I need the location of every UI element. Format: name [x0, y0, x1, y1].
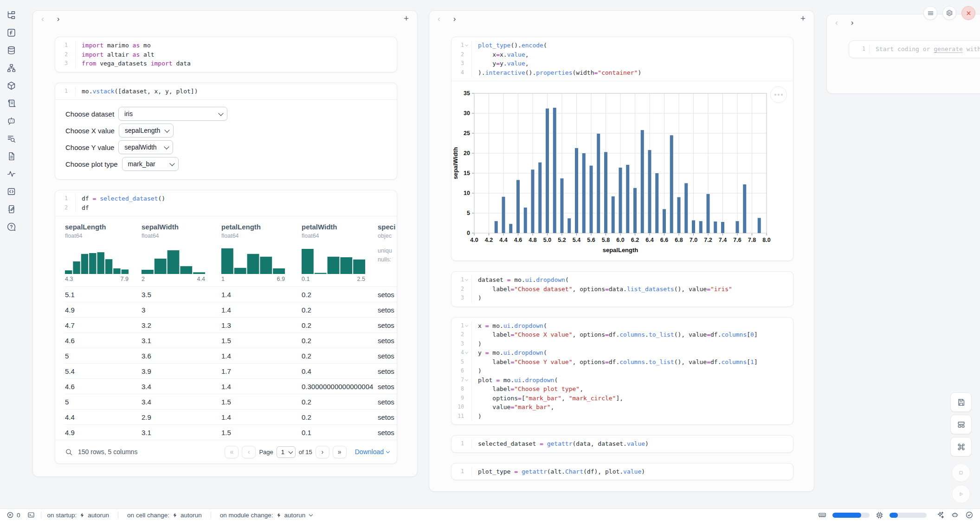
prev-page-button[interactable]: ‹ [242, 446, 256, 458]
column-back-arrow[interactable]: ‹ [438, 15, 440, 23]
script-scroll-icon[interactable] [6, 98, 17, 109]
add-cell-button[interactable]: + [404, 13, 409, 24]
column-header[interactable]: sepalWidthfloat6424.4 [142, 222, 221, 287]
last-page-button[interactable]: » [333, 446, 347, 458]
cpu-usage-bar[interactable] [890, 513, 927, 518]
line-number: 1 [862, 45, 865, 54]
stop-button[interactable] [952, 463, 970, 482]
column-header[interactable]: sepalLengthfloat644.37.9 [65, 222, 142, 287]
add-cell-button[interactable]: + [800, 13, 806, 24]
code-snippet-icon[interactable] [6, 186, 17, 197]
code-editor[interactable]: 1mo.vstack([dataset, x, y, plot]) [55, 83, 397, 100]
help-icon[interactable] [6, 221, 17, 232]
column-histogram[interactable] [221, 244, 302, 274]
column-header[interactable]: petalWidthfloat640.12.5 [302, 222, 378, 287]
table-cell: 3.1 [142, 429, 221, 436]
code-editor[interactable]: 1x = mo.ui.dropdown(2 label="Choose X va… [451, 318, 793, 425]
table-row[interactable]: 4.93.11.50.1setos [65, 424, 397, 440]
column-forward-arrow[interactable]: › [57, 15, 60, 23]
fold-chevron-icon[interactable] [465, 324, 468, 327]
page-select[interactable]: 1 [277, 446, 296, 458]
close-button[interactable] [961, 6, 975, 20]
fold-spacer [465, 388, 468, 390]
error-counter[interactable]: 0 [6, 511, 20, 519]
settings-button[interactable] [942, 6, 956, 20]
editor-placeholder: Start coding or generate with AI [869, 45, 980, 54]
column-back-arrow[interactable]: ‹ [41, 15, 44, 23]
next-page-button[interactable]: › [316, 446, 329, 458]
fold-spacer [69, 53, 71, 56]
dependency-graph-icon[interactable] [6, 62, 17, 73]
column-forward-arrow[interactable]: › [851, 19, 854, 26]
choose-dataset-select[interactable]: iris [118, 107, 227, 121]
svg-text:25: 25 [464, 130, 470, 137]
line-number: 2 [461, 330, 464, 339]
column-histogram[interactable] [302, 244, 378, 274]
choose-plot-type-select[interactable]: mark_bar [122, 157, 179, 171]
menu-button[interactable] [923, 6, 937, 20]
table-row[interactable]: 5.43.91.70.4setos [65, 363, 397, 378]
ai-sparkles-icon[interactable] [936, 511, 945, 519]
autorun-config-item[interactable]: on module change:autorun [220, 512, 313, 519]
activity-icon[interactable] [6, 168, 17, 179]
line-number: 2 [461, 285, 464, 294]
code-editor[interactable]: 1plot_type = getattr(alt.Chart(df), plot… [451, 463, 793, 480]
database-icon[interactable] [6, 45, 17, 56]
table-row[interactable]: 4.63.11.50.2setos [65, 332, 397, 348]
fold-chevron-icon[interactable] [465, 351, 468, 354]
run-button[interactable] [952, 485, 970, 503]
table-row[interactable]: 5.13.51.40.2setos [65, 287, 397, 302]
table-row[interactable]: 4.931.40.2setos [65, 302, 397, 317]
column-back-arrow[interactable]: ‹ [835, 19, 838, 26]
fold-chevron-icon[interactable] [465, 378, 468, 381]
choose-y-value-select[interactable]: sepalWidth [118, 140, 173, 154]
autorun-config-item[interactable]: on cell change:autorun [127, 512, 202, 519]
column-header[interactable]: petalLengthfloat6416.9 [221, 222, 302, 287]
scratchpad-icon[interactable] [6, 203, 17, 215]
terminal-button[interactable] [27, 511, 35, 519]
generate-link[interactable]: generate [934, 46, 963, 52]
column-histogram[interactable] [142, 244, 221, 274]
table-row[interactable]: 53.61.40.2setos [65, 348, 397, 363]
file-tree-icon[interactable] [6, 9, 17, 20]
code-editor[interactable]: 1 Start coding or generate with AI [849, 41, 980, 58]
table-row[interactable]: 53.41.50.2setos [65, 394, 397, 409]
table-search-icon[interactable] [65, 448, 73, 456]
assistant-bot-icon[interactable] [951, 511, 959, 519]
first-page-button[interactable]: « [225, 446, 239, 458]
dropdown-row: Choose datasetiris [65, 107, 387, 121]
save-button[interactable] [950, 392, 972, 412]
fold-chevron-icon[interactable] [465, 278, 468, 281]
code-editor[interactable]: 1dataset = mo.ui.dropdown(2 label="Choos… [451, 272, 793, 306]
code-editor[interactable]: 1import marimo as mo2import altair as al… [55, 37, 397, 72]
bar-chart[interactable]: 4.04.24.44.64.85.05.25.45.65.86.06.26.46… [451, 81, 793, 260]
choose-x-value-select[interactable]: sepalLength [119, 124, 174, 137]
code-editor[interactable]: 1selected_dataset = getattr(data, datase… [451, 436, 793, 452]
svg-text:4.4: 4.4 [499, 237, 507, 243]
chat-bot-icon[interactable] [6, 115, 17, 126]
column-forward-arrow[interactable]: › [453, 15, 456, 23]
download-button[interactable]: Download [355, 448, 389, 456]
function-square-icon[interactable] [6, 27, 17, 38]
connection-status-icon[interactable] [965, 511, 974, 519]
search-logs-icon[interactable] [6, 133, 17, 144]
table-row[interactable]: 4.63.41.40.30000000000000004setos [65, 378, 397, 394]
chart-actions-button[interactable] [770, 86, 787, 103]
line-number: 1 [461, 439, 464, 449]
layout-button[interactable] [950, 415, 972, 434]
column-histogram[interactable] [65, 244, 142, 274]
document-icon[interactable] [6, 150, 17, 162]
table-row[interactable]: 4.73.21.30.2setos [65, 317, 397, 332]
package-icon[interactable] [6, 80, 17, 91]
svg-text:7.4: 7.4 [719, 237, 727, 243]
code-editor[interactable]: 1plot_type().encode(2 x=x.value,3 y=y.va… [451, 37, 793, 81]
fold-chevron-icon[interactable] [465, 43, 468, 46]
code-editor[interactable]: 1df = selected_dataset()2df [55, 190, 397, 216]
keyboard-shortcuts-button[interactable] [950, 437, 972, 456]
table-row[interactable]: 4.42.91.40.2setos [65, 409, 397, 424]
status-right [818, 511, 974, 519]
dropdown-label: Choose Y value [65, 143, 114, 151]
autorun-config-item[interactable]: on startup:autorun [47, 512, 110, 519]
column-header[interactable]: speciobjecuniqunulls: [378, 222, 397, 287]
memory-usage-bar[interactable] [832, 513, 870, 518]
